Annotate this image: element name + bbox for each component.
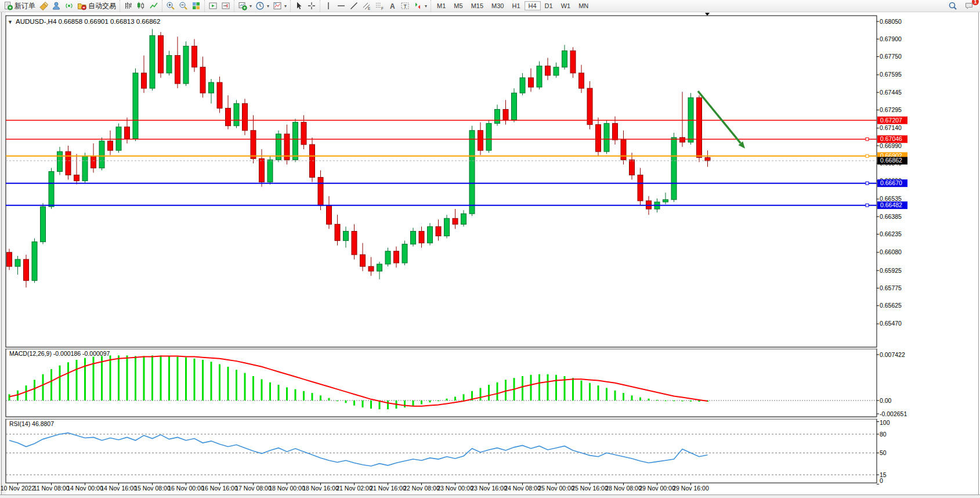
toolbar-tile-windows-button[interactable] (190, 1, 202, 11)
toolbar-cursor-button[interactable] (292, 1, 305, 11)
svg-text:21 Nov 02:00: 21 Nov 02:00 (336, 485, 373, 492)
toolbar-right-group: 1 (946, 1, 980, 11)
candle (32, 242, 37, 281)
line-handle[interactable] (866, 204, 869, 207)
toolbar-charts-gold-button[interactable] (37, 1, 50, 11)
timeframe-mn-button[interactable]: MN (574, 1, 592, 10)
toolbar-new-order-button[interactable]: 新订单 (2, 1, 37, 12)
candle (495, 109, 500, 123)
toolbar-bar-chart-button[interactable] (122, 1, 135, 11)
candle (529, 78, 534, 87)
svg-text:0.65925: 0.65925 (880, 267, 902, 274)
toolbar-notifications-button[interactable]: 1 (963, 1, 975, 11)
svg-text:F: F (381, 6, 384, 10)
toolbar-group (204, 0, 234, 12)
candle (82, 156, 88, 181)
svg-text:0: 0 (880, 477, 883, 484)
timeframe-w1-button[interactable]: W1 (557, 1, 575, 10)
chart-dropdown-icon[interactable]: ▼ (8, 19, 13, 25)
toolbar-equidistant-channel-button[interactable]: E (360, 1, 373, 11)
toolbar-line-chart-button[interactable] (147, 1, 160, 11)
candle (217, 82, 222, 108)
candle (394, 251, 399, 263)
candle (469, 131, 475, 214)
timeframe-m30-button[interactable]: M30 (487, 1, 508, 10)
toolbar-fibonacci-button[interactable]: F (373, 1, 386, 11)
line-handle[interactable] (866, 138, 869, 140)
candle (579, 73, 584, 88)
toolbar-horizontal-line-button[interactable] (335, 1, 348, 11)
panel-splitter[interactable] (6, 348, 877, 349)
search-icon (948, 1, 957, 10)
toolbar-crosshair-button[interactable] (305, 1, 318, 11)
timeframe-m1-button[interactable]: M1 (433, 1, 450, 10)
candle (596, 125, 601, 151)
candle (411, 231, 416, 244)
panel-splitter[interactable] (6, 417, 877, 419)
zoom-out-icon (179, 1, 188, 10)
toolbar-group: 新订单自动交易 (0, 0, 120, 12)
template-icon (273, 1, 282, 10)
toolbar-chart-shift-button[interactable] (219, 1, 232, 11)
toolbar-vertical-line-button[interactable] (322, 1, 335, 11)
toolbar-signals-button[interactable] (63, 1, 75, 11)
toolbar-zoom-out-button[interactable] (177, 1, 190, 11)
timeframe-h1-button[interactable]: H1 (508, 1, 524, 10)
toolbar-arrows-button[interactable]: ▾ (411, 1, 429, 11)
new-order-icon (3, 1, 13, 10)
chevron-down-icon[interactable]: ▾ (267, 3, 269, 9)
toolbar-zoom-in-button[interactable] (164, 1, 177, 11)
candle (99, 141, 104, 168)
timeframe-m15-button[interactable]: M15 (467, 1, 487, 10)
svg-text:0.67046: 0.67046 (880, 135, 902, 142)
toolbar-search-button[interactable] (946, 1, 959, 11)
blue-person-icon (52, 1, 61, 10)
svg-text:0.67750: 0.67750 (880, 53, 902, 60)
timeframe-d1-button[interactable]: D1 (541, 1, 557, 10)
toolbar-periods-button[interactable]: ▾ (254, 1, 271, 11)
candle (318, 178, 323, 205)
timeframe-h4-button[interactable]: H4 (525, 1, 541, 10)
toolbar-trendline-button[interactable] (348, 1, 360, 11)
candle (436, 226, 441, 236)
toolbar-new-chart-button[interactable]: ▾ (236, 1, 254, 11)
svg-text:18 Nov 16:00: 18 Nov 16:00 (302, 485, 339, 492)
chevron-down-icon[interactable]: ▾ (284, 3, 287, 9)
candle (66, 151, 71, 175)
toolbar-auto-scroll-button[interactable] (207, 1, 219, 11)
candle (251, 131, 256, 158)
timeframe-m5-button[interactable]: M5 (450, 1, 467, 10)
toolbar-templates-button[interactable]: ▾ (271, 1, 288, 11)
toolbar-text-button[interactable]: A (386, 1, 399, 11)
candle (428, 226, 433, 243)
chartshift-icon (221, 1, 230, 10)
fibo-icon: F (375, 1, 384, 10)
candle (705, 157, 710, 161)
chevron-down-icon[interactable]: ▾ (425, 3, 427, 9)
candle (680, 138, 685, 142)
candle (663, 200, 668, 202)
candle (7, 252, 12, 266)
rsi-label: RSI(14) 46.8807 (9, 420, 54, 427)
svg-text:15 Nov 08:00: 15 Nov 08:00 (134, 485, 171, 492)
candle (368, 266, 374, 271)
line-handle[interactable] (866, 154, 869, 157)
candle (478, 131, 483, 150)
toolbar-auto-trading-button[interactable]: 自动交易 (75, 1, 118, 12)
candle (91, 156, 96, 168)
candle (150, 35, 155, 88)
svg-text:24 Nov 08:00: 24 Nov 08:00 (504, 485, 541, 492)
line-handle[interactable] (866, 182, 869, 185)
candle (570, 50, 576, 73)
candle (545, 66, 551, 75)
linechart-icon (149, 1, 158, 10)
vline-icon (324, 1, 333, 10)
chevron-down-icon[interactable]: ▾ (249, 3, 252, 9)
autotrade-folder-icon (77, 1, 86, 10)
toolbar-candle-chart-button[interactable] (135, 1, 147, 11)
candle (74, 175, 79, 181)
candle (402, 244, 407, 263)
toolbar-text-label-button[interactable]: T (399, 1, 411, 11)
toolbar-market-watch-button[interactable] (50, 1, 63, 11)
timeframe-group: M1M5M15M30H1H4D1W1MN (431, 0, 594, 12)
